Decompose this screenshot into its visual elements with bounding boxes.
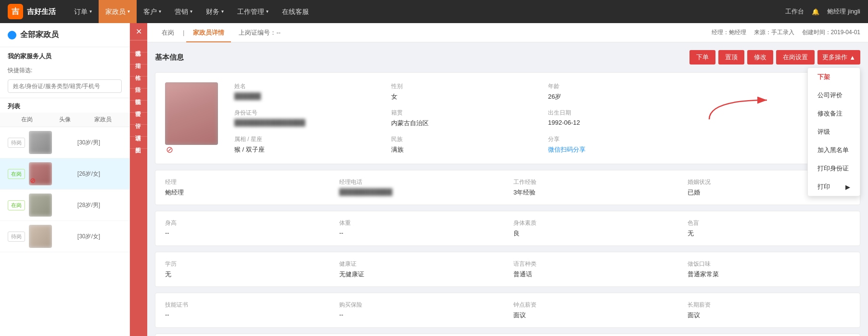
field-nation: 民族 满族 (391, 135, 536, 154)
field-id: 身份证号 ████████████████ (234, 109, 380, 128)
blue-dot-icon (8, 31, 16, 39)
field-color-blind: 色盲 无 (688, 219, 850, 238)
manager-phone-value: ████████████ (339, 188, 502, 195)
manager-value: 鲍经理 (165, 188, 328, 197)
work-info-section: 经理 鲍经理 经理电话 ████████████ 工作经验 3年经验 婚姻状况 … (155, 170, 860, 205)
status-button[interactable]: 在岗设置 (776, 50, 815, 65)
status-badge: 在岗 (8, 169, 25, 179)
side-tab-basic[interactable]: 基本情况 (130, 40, 147, 52)
list-item[interactable]: 待岗 [30岁/男] (0, 127, 129, 158)
nav-work-manage[interactable]: 工作管理 ▾ (230, 0, 275, 23)
field-height: 身高 -- (165, 219, 328, 238)
nav-online-service[interactable]: 在线客服 (275, 0, 316, 23)
insurance-value: -- (339, 311, 502, 318)
nav-staff[interactable]: 家政员 ▾ (99, 0, 137, 23)
top-navigation: 吉 吉好生活 订单 ▾ 家政员 ▾ 客户 ▾ 营销 ▾ 财务 ▾ 工作管理 ▾ … (0, 0, 868, 23)
name-label: 姓名 (234, 82, 380, 90)
field-birthday: 出生日期 1992-06-12 (548, 109, 693, 128)
side-tab-skills[interactable]: 技能证书 (130, 89, 147, 101)
dropdown-item-xiajia[interactable]: 下架 (808, 68, 860, 86)
status-badge: 待岗 (8, 232, 25, 242)
side-tab-life[interactable]: 生活相关 (130, 137, 147, 149)
side-tab-insurance[interactable]: 保险 (130, 77, 147, 89)
sidebar: 全部家政员 我的家服务人员 快捷筛选: 列表 在岗 头像 家政员 待岗 [30岁… (0, 23, 130, 336)
field-weight: 体重 -- (339, 219, 502, 238)
edit-button[interactable]: 修改 (747, 50, 773, 65)
dropdown-item-edit-remark[interactable]: 修改备注 (808, 104, 860, 123)
tab-zaigong[interactable]: 在岗 (155, 23, 181, 42)
dropdown-item-print[interactable]: 打印 ▶ (808, 178, 860, 196)
tab-detail[interactable]: 家政员详情 (186, 23, 231, 42)
side-tab-rating[interactable]: 评价 (130, 113, 147, 125)
food-label: 做饭口味 (688, 260, 850, 268)
birthday-value: 1992-06-12 (548, 119, 693, 126)
nav-finance[interactable]: 财务 ▾ (199, 0, 230, 23)
nav-order[interactable]: 订单 ▾ (67, 0, 99, 23)
side-tabs: ✕ 基本情况 排期 体检 保险 技能证书 管理费 评价 培训谈话 生活相关 (130, 23, 147, 336)
field-share: 分享 微信扫码分享 (548, 135, 693, 154)
list-item[interactable]: 在岗 ⊘ [26岁/女] (0, 158, 129, 190)
experience-value: 3年经验 (513, 188, 676, 197)
nav-marketing[interactable]: 营销 ▾ (168, 0, 199, 23)
weight-value: -- (339, 229, 502, 236)
list-item[interactable]: 在岗 [28岁/男] (0, 190, 129, 221)
food-value: 普通家常菜 (688, 270, 850, 279)
meta-created: 创建时间：2019-04-01 (802, 28, 860, 37)
dropdown-item-blacklist[interactable]: 加入黑名单 (808, 141, 860, 159)
close-button[interactable]: ✕ (130, 23, 147, 40)
search-input[interactable] (8, 79, 122, 93)
list-item[interactable]: 待岗 [30岁/女] (0, 221, 129, 252)
chevron-icon: ▾ (89, 0, 92, 23)
info-grid: ⊘ 姓名 ██████ 性别 女 年龄 26岁 (165, 82, 850, 154)
avatar: ⊘ (29, 162, 52, 185)
height-label: 身高 (165, 219, 328, 227)
skill-cert-label: 技能证书 (165, 301, 328, 309)
weight-label: 体重 (339, 219, 502, 227)
side-tab-checkup[interactable]: 体检 (130, 65, 147, 77)
zodiac-value: 猴 / 双子座 (234, 145, 380, 154)
side-tab-manage-fee[interactable]: 管理费 (130, 101, 147, 113)
action-buttons: 下单 置顶 修改 在岗设置 更多操作 ▲ 下架 公司评价 修改备注 (689, 50, 860, 65)
physical-info-section: 身高 -- 体重 -- 身体素质 良 色盲 无 (155, 211, 860, 246)
workspace-link[interactable]: 工作台 (785, 7, 804, 16)
origin-value: 内蒙古自治区 (391, 119, 536, 128)
birthday-label: 出生日期 (548, 109, 693, 117)
avatar (29, 131, 52, 154)
field-long-wage: 长期薪资 面议 (688, 301, 850, 320)
dropdown-item-company-rating[interactable]: 公司评价 (808, 86, 860, 104)
field-health-cert: 健康证 无健康证 (339, 260, 502, 279)
side-tab-training[interactable]: 培训谈话 (130, 125, 147, 137)
manager-phone-label: 经理电话 (339, 178, 502, 186)
certificate-number: 上岗证编号：-- (239, 28, 281, 37)
user-info[interactable]: 鲍经理 jingli (827, 7, 860, 16)
language-label: 语言种类 (513, 260, 676, 268)
order-button[interactable]: 下单 (689, 50, 715, 65)
field-hourly-wage: 钟点薪资 面议 (513, 301, 676, 320)
top-button[interactable]: 置顶 (718, 50, 744, 65)
share-value[interactable]: 微信扫码分享 (548, 145, 693, 154)
id-value: ████████████████ (234, 119, 380, 126)
nav-right: 工作台 🔔 鲍经理 jingli (785, 7, 860, 16)
field-manager-phone: 经理电话 ████████████ (339, 178, 502, 197)
chevron-icon: ▾ (266, 0, 268, 23)
more-button[interactable]: 更多操作 ▲ (817, 50, 860, 65)
list-header: 在岗 头像 家政员 (0, 113, 129, 127)
age-value: 26岁 (548, 92, 693, 101)
age-label: 年龄 (548, 82, 693, 90)
nav-customer[interactable]: 客户 ▾ (137, 0, 168, 23)
meta-source: 来源：手工录入 (754, 28, 794, 37)
physical-fields: 身高 -- 体重 -- 身体素质 良 色盲 无 (165, 219, 850, 238)
side-tab-schedule[interactable]: 排期 (130, 52, 147, 65)
dropdown-item-grade[interactable]: 评级 (808, 123, 860, 141)
notification-icon[interactable]: 🔔 (812, 8, 819, 15)
dropdown-item-print-id[interactable]: 打印身份证 (808, 159, 860, 178)
zodiac-label: 属相 / 星座 (234, 135, 380, 143)
education-value: 无 (165, 270, 328, 279)
main-layout: 全部家政员 我的家服务人员 快捷筛选: 列表 在岗 头像 家政员 待岗 [30岁… (0, 23, 868, 336)
meta-manager: 经理：鲍经理 (712, 28, 746, 37)
field-origin: 籍贯 内蒙古自治区 (391, 109, 536, 128)
nav-items: 订单 ▾ 家政员 ▾ 客户 ▾ 营销 ▾ 财务 ▾ 工作管理 ▾ 在线客服 (67, 0, 785, 23)
logo-icon: 吉 (8, 4, 23, 19)
field-education: 学历 无 (165, 260, 328, 279)
name-value: ██████ (234, 92, 380, 100)
